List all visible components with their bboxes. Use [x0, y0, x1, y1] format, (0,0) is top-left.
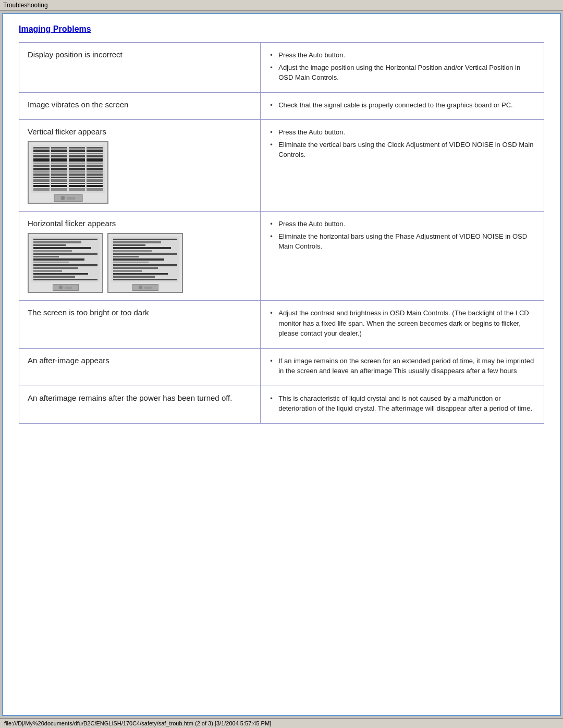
- problems-table: Display position is incorrectPress the A…: [19, 42, 544, 424]
- solution-item: Check that the signal cable is properly …: [269, 100, 535, 110]
- problem-cell: Image vibrates on the screen: [19, 92, 261, 120]
- table-row: Vertical flicker appearsPress the Auto b…: [19, 120, 544, 212]
- monitor-image-container: [28, 233, 252, 293]
- problem-text: Vertical flicker appears: [28, 127, 106, 136]
- solution-item: Press the Auto button.: [269, 127, 535, 138]
- table-row: An afterimage remains after the power ha…: [19, 386, 544, 423]
- solution-item: Press the Auto button.: [269, 50, 535, 60]
- table-row: Horizontal flicker appearsPress the Auto…: [19, 212, 544, 301]
- page-heading: Imaging Problems: [19, 24, 544, 34]
- solution-cell: Press the Auto button.Adjust the image p…: [261, 43, 544, 93]
- monitor-frame: [107, 233, 183, 293]
- table-row: Image vibrates on the screenCheck that t…: [19, 92, 544, 120]
- solution-item: Press the Auto button.: [269, 219, 535, 229]
- solution-item: Adjust the contrast and brightness in OS…: [269, 308, 535, 339]
- problem-text: An afterimage remains after the power ha…: [28, 393, 232, 402]
- problem-text: Image vibrates on the screen: [28, 100, 128, 109]
- table-row: An after-image appearsIf an image remain…: [19, 348, 544, 386]
- solution-cell: This is characteristic of liquid crystal…: [261, 386, 544, 423]
- solution-item: Eliminate the vertical bars using the Cl…: [269, 140, 535, 160]
- solution-item: If an image remains on the screen for an…: [269, 356, 535, 376]
- solution-cell: Press the Auto button.Eliminate the hori…: [261, 212, 544, 301]
- problem-cell: Vertical flicker appears: [19, 120, 261, 212]
- problem-cell: An afterimage remains after the power ha…: [19, 386, 261, 423]
- problem-cell: Display position is incorrect: [19, 43, 261, 93]
- monitor-wrapper: [28, 141, 108, 204]
- solution-cell: Check that the signal cable is properly …: [261, 92, 544, 120]
- monitor-frame: [28, 233, 103, 293]
- problem-text: The screen is too bright or too dark: [28, 308, 149, 317]
- title-bar: Troubleshooting: [0, 0, 563, 11]
- problem-text: Horizontal flicker appears: [28, 219, 116, 228]
- solution-item: Adjust the image position using the Hori…: [269, 63, 535, 83]
- problem-cell: The screen is too bright or too dark: [19, 301, 261, 349]
- solution-cell: Adjust the contrast and brightness in OS…: [261, 301, 544, 349]
- main-content: Imaging Problems Display position is inc…: [2, 13, 561, 716]
- monitor-wrapper: [28, 233, 103, 293]
- solution-cell: Press the Auto button.Eliminate the vert…: [261, 120, 544, 212]
- title-bar-text: Troubleshooting: [3, 2, 48, 9]
- table-row: Display position is incorrectPress the A…: [19, 43, 544, 93]
- status-bar-text: file:///D|/My%20documents/dfu/B2C/ENGLIS…: [4, 720, 271, 726]
- solution-item: Eliminate the horizontal bars using the …: [269, 231, 535, 252]
- monitor-frame: [28, 141, 108, 204]
- monitor-image-container: [28, 141, 252, 204]
- monitor-wrapper: [107, 233, 183, 293]
- problem-cell: An after-image appears: [19, 348, 261, 386]
- solution-item: This is characteristic of liquid crystal…: [269, 393, 535, 414]
- problem-text: An after-image appears: [28, 356, 109, 365]
- problem-cell: Horizontal flicker appears: [19, 212, 261, 301]
- status-bar: file:///D|/My%20documents/dfu/B2C/ENGLIS…: [0, 718, 563, 728]
- solution-cell: If an image remains on the screen for an…: [261, 348, 544, 386]
- problem-text: Display position is incorrect: [28, 50, 123, 59]
- table-row: The screen is too bright or too darkAdju…: [19, 301, 544, 349]
